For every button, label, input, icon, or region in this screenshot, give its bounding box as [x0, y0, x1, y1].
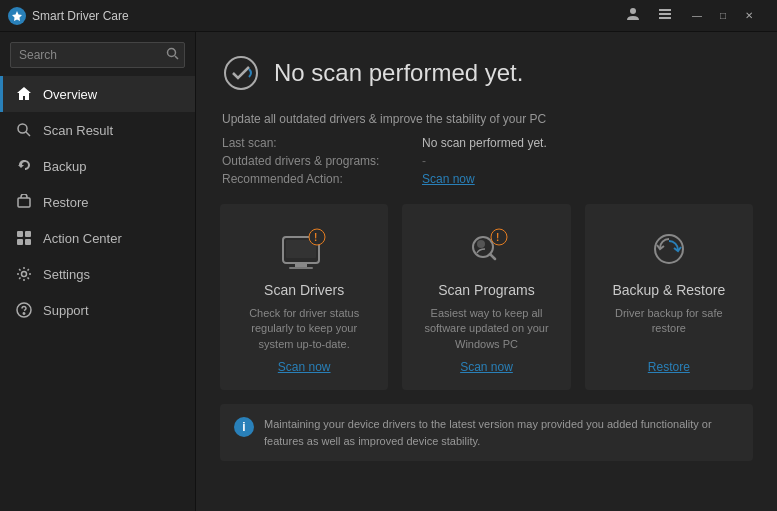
- scan-drivers-desc: Check for driver status regularly to kee…: [236, 306, 372, 352]
- last-scan-label: Last scan:: [222, 136, 422, 150]
- sidebar: Overview Scan Result Ba: [0, 32, 196, 511]
- sidebar-label-settings: Settings: [43, 267, 90, 282]
- search-input[interactable]: [10, 42, 185, 68]
- svg-point-13: [22, 272, 27, 277]
- sidebar-label-backup: Backup: [43, 159, 86, 174]
- scan-result-icon: [15, 121, 33, 139]
- backup-icon: [15, 157, 33, 175]
- scan-programs-link[interactable]: Scan now: [460, 360, 513, 374]
- nav-items: Overview Scan Result Ba: [0, 76, 195, 328]
- titlebar-actions: — □ ✕: [621, 4, 761, 27]
- sidebar-item-restore[interactable]: Restore: [0, 184, 195, 220]
- svg-rect-12: [25, 239, 31, 245]
- action-center-icon: [15, 229, 33, 247]
- close-button[interactable]: ✕: [737, 6, 761, 26]
- sidebar-label-action-center: Action Center: [43, 231, 122, 246]
- maximize-button[interactable]: □: [711, 6, 735, 26]
- page-title: No scan performed yet.: [274, 59, 523, 87]
- header-section: No scan performed yet.: [220, 52, 753, 94]
- svg-rect-8: [18, 198, 30, 207]
- outdated-row: Outdated drivers & programs: -: [222, 154, 753, 168]
- app-icon: [8, 7, 26, 25]
- restore-icon: [15, 193, 33, 211]
- titlebar: Smart Driver Care — □ ✕: [0, 0, 777, 32]
- outdated-value: -: [422, 154, 426, 168]
- recommended-label: Recommended Action:: [222, 172, 422, 186]
- no-scan-icon: [220, 52, 262, 94]
- scan-drivers-title: Scan Drivers: [264, 282, 344, 298]
- svg-rect-1: [659, 9, 671, 11]
- sidebar-item-settings[interactable]: Settings: [0, 256, 195, 292]
- sidebar-item-support[interactable]: Support: [0, 292, 195, 328]
- outdated-label: Outdated drivers & programs:: [222, 154, 422, 168]
- scan-programs-title: Scan Programs: [438, 282, 534, 298]
- main-content: No scan performed yet. Update all outdat…: [196, 32, 777, 511]
- svg-point-16: [225, 57, 257, 89]
- cards-grid: ! Scan Drivers Check for driver status r…: [220, 204, 753, 390]
- sidebar-label-scan-result: Scan Result: [43, 123, 113, 138]
- app-title: Smart Driver Care: [32, 9, 129, 23]
- svg-line-5: [175, 56, 178, 59]
- sidebar-label-support: Support: [43, 303, 89, 318]
- svg-point-15: [23, 313, 24, 314]
- profile-button[interactable]: [621, 4, 645, 27]
- settings-icon: [15, 265, 33, 283]
- sidebar-label-overview: Overview: [43, 87, 97, 102]
- window-controls: — □ ✕: [685, 6, 761, 26]
- backup-restore-desc: Driver backup for safe restore: [601, 306, 737, 352]
- backup-restore-link[interactable]: Restore: [648, 360, 690, 374]
- search-box[interactable]: [10, 42, 185, 68]
- sidebar-item-overview[interactable]: Overview: [0, 76, 195, 112]
- svg-text:!: !: [496, 232, 499, 243]
- scan-drivers-card: ! Scan Drivers Check for driver status r…: [220, 204, 388, 390]
- scan-drivers-icon: !: [276, 224, 332, 274]
- backup-restore-title: Backup & Restore: [612, 282, 725, 298]
- svg-rect-11: [17, 239, 23, 245]
- home-icon: [15, 85, 33, 103]
- support-icon: [15, 301, 33, 319]
- sidebar-item-backup[interactable]: Backup: [0, 148, 195, 184]
- svg-rect-2: [659, 13, 671, 15]
- titlebar-left: Smart Driver Care: [8, 7, 129, 25]
- svg-line-25: [490, 254, 495, 259]
- svg-rect-10: [25, 231, 31, 237]
- recommended-row: Recommended Action: Scan now: [222, 172, 753, 186]
- scan-programs-icon: !: [458, 224, 514, 274]
- notice-text: Maintaining your device drivers to the l…: [264, 416, 739, 449]
- svg-line-7: [26, 132, 30, 136]
- svg-point-4: [168, 49, 176, 57]
- backup-restore-icon: [641, 224, 697, 274]
- scan-programs-card: ! Scan Programs Easiest way to keep all …: [402, 204, 570, 390]
- scan-programs-desc: Easiest way to keep all software updated…: [418, 306, 554, 352]
- subtitle: Update all outdated drivers & improve th…: [222, 112, 753, 126]
- info-section: Update all outdated drivers & improve th…: [220, 112, 753, 186]
- last-scan-row: Last scan: No scan performed yet.: [222, 136, 753, 150]
- last-scan-value: No scan performed yet.: [422, 136, 547, 150]
- svg-rect-3: [659, 17, 671, 19]
- sidebar-item-scan-result[interactable]: Scan Result: [0, 112, 195, 148]
- svg-text:!: !: [314, 232, 317, 243]
- menu-button[interactable]: [653, 4, 677, 27]
- search-icon: [166, 47, 179, 63]
- svg-rect-19: [295, 264, 307, 267]
- app-body: Overview Scan Result Ba: [0, 32, 777, 511]
- scan-drivers-link[interactable]: Scan now: [278, 360, 331, 374]
- svg-point-0: [630, 8, 636, 14]
- svg-rect-20: [289, 267, 313, 269]
- minimize-button[interactable]: —: [685, 6, 709, 26]
- sidebar-label-restore: Restore: [43, 195, 89, 210]
- notice-bar: i Maintaining your device drivers to the…: [220, 404, 753, 461]
- backup-restore-card: Backup & Restore Driver backup for safe …: [585, 204, 753, 390]
- svg-rect-9: [17, 231, 23, 237]
- notice-icon: i: [234, 417, 254, 437]
- sidebar-item-action-center[interactable]: Action Center: [0, 220, 195, 256]
- svg-point-24: [477, 240, 485, 248]
- scan-now-link-top[interactable]: Scan now: [422, 172, 475, 186]
- svg-point-6: [18, 124, 27, 133]
